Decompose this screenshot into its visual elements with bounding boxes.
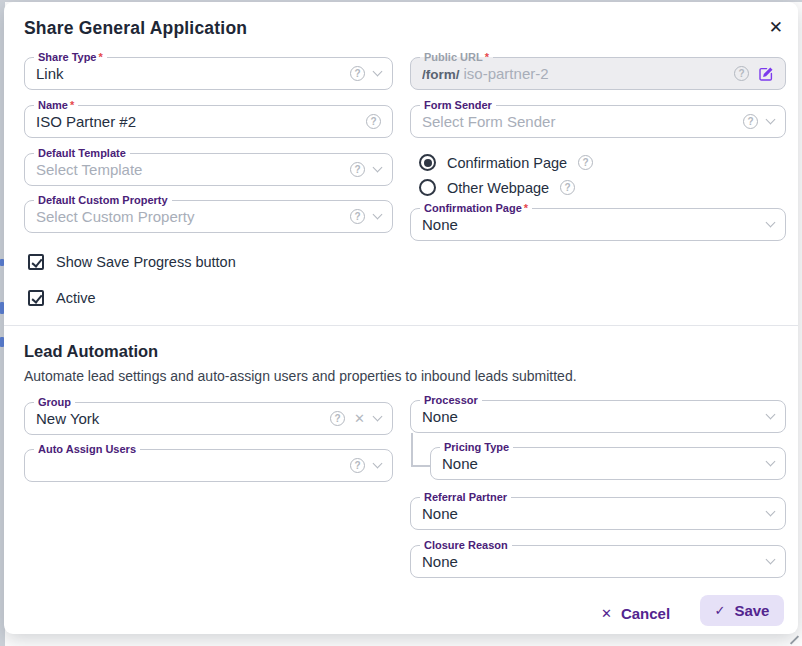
help-icon[interactable]: ? [578,155,593,170]
save-button-label: Save [734,602,769,619]
closure-reason-label: Closure Reason [420,538,512,553]
pricing-type-select[interactable]: Pricing Type None [430,447,786,480]
chevron-down-icon[interactable] [766,115,776,125]
confirmation-page-label: Confirmation Page* [420,201,532,216]
share-type-value: Link [36,65,342,82]
group-select[interactable]: Group New York ? ✕ [24,402,393,435]
chevron-down-icon[interactable] [766,218,776,228]
default-custom-property-placeholder: Select Custom Property [36,208,342,225]
help-icon[interactable]: ? [350,209,365,224]
default-custom-property-select[interactable]: Default Custom Property Select Custom Pr… [24,200,393,233]
auto-assign-users-label: Auto Assign Users [34,442,140,457]
radio-selected-icon[interactable] [419,154,436,171]
name-label: Name* [34,98,78,113]
radio-unselected-icon[interactable] [419,179,436,196]
pricing-type-value: None [442,455,759,472]
required-marker: * [524,202,528,214]
show-save-progress-checkbox[interactable]: Show Save Progress button [28,254,236,270]
chevron-down-icon[interactable] [766,410,776,420]
chevron-down-icon[interactable] [766,555,776,565]
close-icon[interactable]: ✕ [769,19,783,36]
default-custom-property-label: Default Custom Property [34,193,172,208]
url-prefix: /form/ [422,67,460,82]
form-sender-placeholder: Select Form Sender [422,113,735,130]
referral-partner-label: Referral Partner [420,490,511,505]
chevron-down-icon[interactable] [373,412,383,422]
radio-confirmation-page[interactable]: Confirmation Page ? [419,154,593,171]
checkbox-label: Show Save Progress button [56,254,236,270]
field-icons: ? [350,162,381,177]
page-title: Share General Application [24,18,247,39]
group-value: New York [36,410,322,427]
field-icons [767,462,774,465]
cancel-button[interactable]: ✕ Cancel [601,601,670,625]
field-icons [767,415,774,418]
checkbox-checked-icon[interactable] [28,254,44,270]
chevron-down-icon[interactable] [373,210,383,220]
check-icon: ✓ [715,603,726,618]
processor-value: None [422,408,759,425]
field-icons: ? ✕ [330,411,381,426]
chevron-down-icon[interactable] [373,67,383,77]
required-marker: * [99,51,103,63]
default-template-placeholder: Select Template [36,161,342,178]
share-type-label: Share Type* [34,50,107,65]
share-type-select[interactable]: Share Type* Link ? [24,57,393,90]
field-icons: ? [743,114,774,129]
help-icon[interactable]: ? [743,114,758,129]
field-icons [767,223,774,226]
help-icon[interactable]: ? [734,66,749,81]
help-icon[interactable]: ? [330,411,345,426]
share-application-modal: Share General Application ✕ Share Type* … [4,2,798,634]
chevron-down-icon[interactable] [373,163,383,173]
public-url-label: Public URL* [420,50,493,65]
confirmation-page-select[interactable]: Confirmation Page* None [410,208,786,241]
confirmation-page-value: None [422,216,759,233]
field-icons: ? [734,66,774,82]
referral-partner-select[interactable]: Referral Partner None [410,497,786,530]
clear-icon[interactable]: ✕ [354,412,365,425]
radio-label: Confirmation Page [447,155,567,171]
resize-handle [790,635,799,644]
field-icons: ? [350,66,381,81]
radio-other-webpage[interactable]: Other Webpage ? [419,179,575,196]
public-url-value: /form/iso-partner-2 [422,65,726,82]
form-sender-label: Form Sender [420,98,496,113]
x-icon: ✕ [601,606,612,621]
checkbox-checked-icon[interactable] [28,290,44,306]
help-icon[interactable]: ? [350,458,365,473]
radio-label: Other Webpage [447,180,549,196]
field-icons: ? [366,114,381,129]
closure-reason-select[interactable]: Closure Reason None [410,545,786,578]
auto-assign-users-select[interactable]: Auto Assign Users ? [24,449,393,482]
public-url-field: Public URL* /form/iso-partner-2 ? [410,57,786,90]
lead-automation-title: Lead Automation [24,342,158,361]
nested-field-connector [411,465,431,467]
field-icons: ? [350,209,381,224]
help-icon[interactable]: ? [350,66,365,81]
closure-reason-value: None [422,553,759,570]
chevron-down-icon[interactable] [766,507,776,517]
edit-icon[interactable] [758,66,774,82]
default-template-label: Default Template [34,146,130,161]
nested-field-connector [411,433,413,466]
form-sender-select[interactable]: Form Sender Select Form Sender ? [410,105,786,138]
url-slug: iso-partner-2 [464,65,549,82]
chevron-down-icon[interactable] [766,457,776,467]
help-icon[interactable]: ? [560,180,575,195]
required-marker: * [70,99,74,111]
processor-select[interactable]: Processor None [410,400,786,433]
save-button[interactable]: ✓ Save [700,595,784,626]
field-icons [767,512,774,515]
field-icons: ? [350,458,381,473]
chevron-down-icon[interactable] [373,459,383,469]
required-marker: * [485,51,489,63]
lead-automation-description: Automate lead settings and auto-assign u… [24,368,577,384]
active-checkbox[interactable]: Active [28,290,96,306]
section-divider [4,325,798,326]
help-icon[interactable]: ? [366,114,381,129]
group-label: Group [34,395,75,410]
default-template-select[interactable]: Default Template Select Template ? [24,153,393,186]
name-input[interactable]: Name* ISO Partner #2 ? [24,105,393,138]
help-icon[interactable]: ? [350,162,365,177]
